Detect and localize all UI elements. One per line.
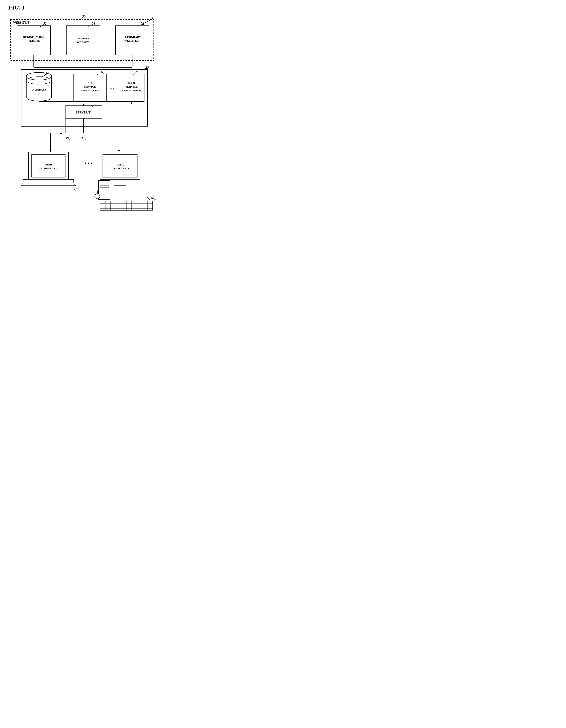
svg-line-23 bbox=[73, 187, 75, 191]
ref-20: 20 bbox=[145, 66, 149, 69]
svg-line-34 bbox=[147, 197, 150, 200]
info-service-m-label: INFO bbox=[128, 81, 135, 84]
ref-26-m: 26 bbox=[135, 70, 139, 74]
svg-text:WEBSITE: WEBSITE bbox=[27, 39, 40, 42]
user1-label: USER bbox=[45, 163, 52, 166]
ref-52: 52 bbox=[43, 22, 47, 25]
svg-text:COMPUTER 1: COMPUTER 1 bbox=[39, 167, 57, 170]
svg-text:COMPUTER M: COMPUTER M bbox=[122, 89, 141, 92]
ref-26-1: 26 bbox=[99, 70, 103, 74]
registration-label: REGISTRATION bbox=[23, 35, 44, 39]
ref-40-n: 40 bbox=[151, 196, 154, 200]
dots-between-users: • • • bbox=[85, 160, 92, 166]
user1-right-foot bbox=[74, 183, 76, 186]
usern-mouse bbox=[95, 194, 100, 199]
servers-label: SERVER(S) bbox=[76, 111, 91, 114]
ref-30-1-sub: 1 bbox=[69, 138, 70, 141]
svg-text:COMPUTER 1: COMPUTER 1 bbox=[81, 89, 99, 92]
ref-30-n-sub: N bbox=[84, 138, 86, 141]
svg-text:WEBSITE(S): WEBSITE(S) bbox=[124, 39, 140, 42]
usern-tower bbox=[99, 180, 110, 199]
secondary-label: SECONDARY bbox=[124, 35, 141, 39]
ref-22: 22 bbox=[95, 102, 98, 106]
ref-40-n-sub: N bbox=[154, 198, 156, 201]
usern-drive bbox=[100, 186, 109, 187]
usern-label: USER bbox=[116, 163, 124, 166]
svg-text:COMPUTER N: COMPUTER N bbox=[111, 167, 129, 170]
websites-label: WEBSITE(S) bbox=[13, 21, 30, 24]
primary-label: PRIMARY bbox=[77, 37, 90, 40]
svg-text:SERVICE: SERVICE bbox=[84, 85, 96, 88]
dots-between-info: . . . bbox=[109, 85, 114, 90]
ref-40-1: 40 bbox=[76, 187, 79, 191]
ref-30-1: 30 bbox=[65, 136, 69, 140]
user1-trackpad bbox=[43, 180, 56, 182]
ref-26-m-sub: M bbox=[138, 72, 141, 75]
user1-left-foot bbox=[21, 183, 23, 186]
svg-line-0 bbox=[143, 20, 151, 24]
primary-website-box bbox=[66, 26, 100, 55]
arrow-to-user1 bbox=[49, 150, 52, 152]
page-title: FIG. 1 bbox=[8, 4, 164, 11]
ref-24: 24 bbox=[45, 72, 49, 75]
ref-26-1-sub: 1 bbox=[103, 72, 104, 75]
ref-40-1-sub: 1 bbox=[79, 189, 80, 191]
database-label: DATABASE bbox=[32, 88, 46, 91]
ref-56: 56 bbox=[141, 22, 144, 25]
info-service-1-label: INFO bbox=[87, 81, 93, 84]
ref-50: 50 bbox=[82, 15, 85, 18]
ref-54: 54 bbox=[92, 22, 95, 25]
svg-text:SERVICE: SERVICE bbox=[125, 85, 137, 88]
ref-30-n: 30 bbox=[81, 136, 84, 140]
svg-text:WEBSITE: WEBSITE bbox=[77, 41, 89, 44]
